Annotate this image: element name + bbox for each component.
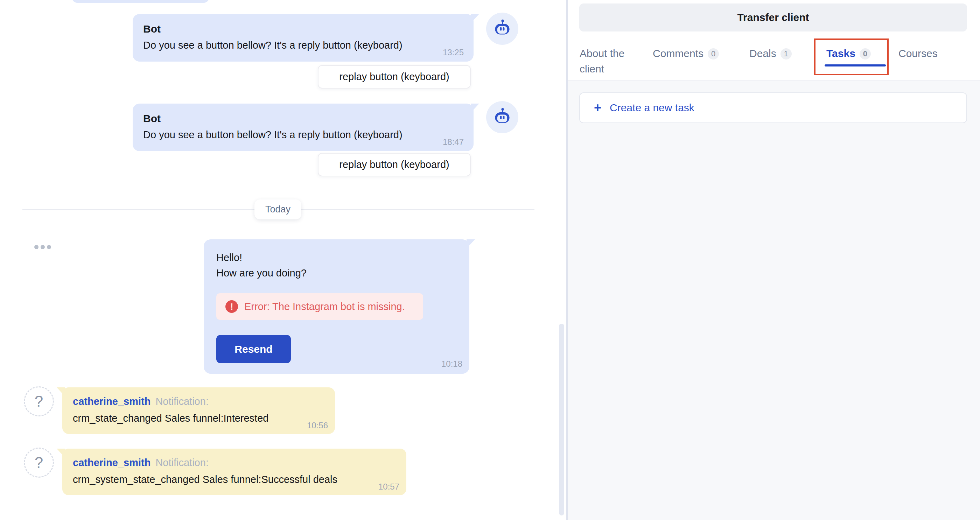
bubble-tail xyxy=(57,448,65,458)
message-time: 13:25 xyxy=(443,48,464,57)
outgoing-message-bubble: Hello! How are you doing? ! Error: The I… xyxy=(204,239,469,374)
notification-text: crm_system_state_changed Sales funnel:Su… xyxy=(73,474,396,485)
message-text: Do you see a button bellow? It's a reply… xyxy=(143,129,463,141)
message-options-dots-icon[interactable] xyxy=(34,245,51,249)
bot-icon xyxy=(493,19,511,38)
send-error-banner: ! Error: The Instagram bot is missing. xyxy=(216,293,423,320)
question-mark-icon: ? xyxy=(35,393,43,410)
reply-keyboard-button[interactable]: replay button (keyboard) xyxy=(318,65,471,89)
error-icon: ! xyxy=(225,300,238,313)
active-tab-underline xyxy=(825,64,886,67)
tab-comments[interactable]: Comments0 xyxy=(653,46,719,61)
create-task-label: Create a new task xyxy=(610,102,694,114)
tab-tasks[interactable]: Tasks0 xyxy=(826,46,871,61)
notification-username[interactable]: catherine_smith xyxy=(73,457,151,469)
tab-label: Deals xyxy=(749,48,776,59)
message-time: 10:56 xyxy=(307,421,328,431)
unknown-user-avatar: ? xyxy=(24,386,54,417)
bubble-tail xyxy=(471,103,479,113)
tab-count-badge: 1 xyxy=(781,48,792,59)
tab-about-the-client[interactable]: About the client xyxy=(580,46,643,76)
bot-message-bubble: Bot Do you see a button bellow? It's a r… xyxy=(133,14,474,62)
bubble-tail xyxy=(471,14,479,23)
notification-label: Notification: xyxy=(155,457,208,469)
sender-name: Bot xyxy=(143,23,463,35)
bubble-tail xyxy=(57,387,65,396)
notification-label: Notification: xyxy=(155,396,208,407)
previous-message-bubble-cropped xyxy=(72,0,209,3)
chat-scrollbar-thumb[interactable] xyxy=(559,324,564,515)
notification-message-bubble: catherine_smith Notification: crm_state_… xyxy=(62,387,335,434)
message-time: 10:57 xyxy=(379,482,399,491)
question-mark-icon: ? xyxy=(35,454,43,471)
error-message: Error: The Instagram bot is missing. xyxy=(244,301,405,312)
message-time: 10:18 xyxy=(441,359,462,369)
tab-count-badge: 0 xyxy=(860,48,871,59)
avatar xyxy=(486,101,519,133)
tab-count-badge: 0 xyxy=(708,48,719,59)
notification-header: catherine_smith Notification: xyxy=(73,457,396,469)
tab-label: Tasks xyxy=(826,48,855,59)
notification-text: crm_state_changed Sales funnel:Intereste… xyxy=(73,412,325,424)
crm-chat-screen: Bot Do you see a button bellow? It's a r… xyxy=(0,0,980,520)
notification-username[interactable]: catherine_smith xyxy=(73,396,151,407)
message-time: 18:47 xyxy=(443,137,464,147)
unknown-user-avatar: ? xyxy=(24,448,54,478)
tab-label: Comments xyxy=(653,48,703,59)
notification-message-bubble: catherine_smith Notification: crm_system… xyxy=(62,448,406,495)
tab-deals[interactable]: Deals1 xyxy=(749,46,792,61)
date-divider-badge: Today xyxy=(255,199,301,219)
bubble-tail xyxy=(466,239,475,248)
tab-label: Courses xyxy=(899,48,938,59)
notification-header: catherine_smith Notification: xyxy=(73,396,325,407)
tab-label: About the client xyxy=(580,48,624,75)
sender-name: Bot xyxy=(143,113,463,124)
avatar xyxy=(486,13,519,45)
transfer-client-button[interactable]: Transfer client xyxy=(579,3,967,32)
bot-message-bubble: Bot Do you see a button bellow? It's a r… xyxy=(133,103,474,151)
message-text: Do you see a button bellow? It's a reply… xyxy=(143,39,463,51)
tab-courses[interactable]: Courses xyxy=(899,46,938,61)
resend-button[interactable]: Resend xyxy=(216,335,291,363)
message-text: Hello! xyxy=(216,250,457,265)
message-text: How are you doing? xyxy=(216,265,457,281)
create-new-task-button[interactable]: + Create a new task xyxy=(579,92,967,123)
plus-icon: + xyxy=(594,103,601,113)
reply-keyboard-button[interactable]: replay button (keyboard) xyxy=(318,153,471,177)
tasks-tab-content: + Create a new task xyxy=(568,80,980,520)
bot-icon xyxy=(493,107,511,127)
client-panel: Transfer client About the client Comment… xyxy=(568,0,980,520)
